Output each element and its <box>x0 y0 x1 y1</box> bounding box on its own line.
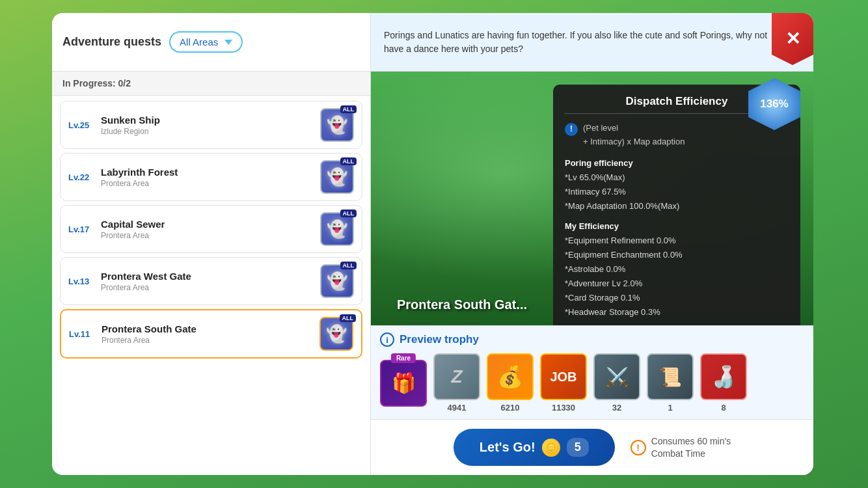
trophy-count: 6210 <box>501 403 520 413</box>
trophy-box-rare: 🎁 <box>380 360 427 407</box>
trophy-box-scroll: 📜 <box>647 353 694 400</box>
combat-time: ! Consumes 60 min'sCombat Time <box>631 435 731 459</box>
trophy-count: 4941 <box>448 403 467 413</box>
quest-ghost-icon: 👻 <box>327 167 347 187</box>
trophy-count: 8 <box>721 403 726 413</box>
trophy-item-scroll: 📜 1 <box>647 353 694 413</box>
scroll-icon: 📜 <box>659 366 682 388</box>
quest-level: Lv.25 <box>68 120 94 130</box>
trophy-box-gold: 💰 <box>487 353 534 400</box>
quest-items-container: Lv.25 Sunken Ship Izlude Region 👻 ALL Lv… <box>52 96 370 475</box>
trophy-item-sword: ⚔️ 32 <box>593 353 640 413</box>
quest-icon: 👻 ALL <box>320 160 354 194</box>
all-badge: ALL <box>340 105 357 113</box>
content-area: In Progress: 0/2 Lv.25 Sunken Ship Izlud… <box>52 72 813 475</box>
map-image: Prontera South Gat... 136% Dispatch Effi… <box>371 72 813 325</box>
quest-icon: 👻 ALL <box>320 212 354 246</box>
quest-info: Labyrinth Forest Prontera Area <box>101 167 314 188</box>
map-label: Prontera South Gat... <box>397 297 527 312</box>
trophy-item-gold-coin: 💰 6210 <box>487 353 534 413</box>
gold-coin-icon: 💰 <box>497 364 523 389</box>
all-badge: ALL <box>340 210 357 217</box>
rare-badge: Rare <box>391 353 416 363</box>
left-header: Adventure quests All Areas <box>52 13 371 71</box>
section-row: *Headwear Storage 0.3% <box>565 305 789 319</box>
quest-name: Capital Sewer <box>101 219 314 230</box>
section-row: *Card Storage 0.1% <box>565 291 789 305</box>
section-title: My Efficiency <box>565 221 789 231</box>
quest-name: Labyrinth Forest <box>101 167 314 178</box>
combat-time-label: Consumes 60 min'sCombat Time <box>651 435 731 459</box>
section-row: *Equipment Refinement 0.0% <box>565 234 789 248</box>
formula-text: (Pet level+ Intimacy) x Map adaption <box>583 122 685 149</box>
combat-info-icon: ! <box>631 440 646 455</box>
quest-list: In Progress: 0/2 Lv.25 Sunken Ship Izlud… <box>52 72 371 475</box>
coin-icon: 🪙 <box>542 439 560 457</box>
quest-info: Prontera West Gate Prontera Area <box>101 271 314 292</box>
top-bar: Adventure quests All Areas Porings and L… <box>52 13 813 72</box>
efficiency-value: 136% <box>760 98 788 111</box>
quest-region: Prontera Area <box>102 336 313 345</box>
quest-item-prontera-south-gate[interactable]: Lv.11 Prontera South Gate Prontera Area … <box>60 309 362 359</box>
z-icon: Z <box>451 366 462 387</box>
quest-icon: 👻 ALL <box>320 264 354 298</box>
quest-ghost-icon: 👻 <box>327 219 347 239</box>
trophy-section: i Preview trophy 🎁 Rare <box>371 325 813 419</box>
trophy-box-potion: 🍶 <box>700 353 747 400</box>
quest-level: Lv.13 <box>68 277 94 286</box>
quest-icon: 👻 ALL <box>319 317 353 351</box>
quest-region: Prontera Area <box>101 231 314 240</box>
trophy-count: 32 <box>612 403 621 413</box>
info-icon: ! <box>565 123 578 136</box>
map-area: Prontera South Gat... 136% Dispatch Effi… <box>371 72 813 475</box>
sword-icon: ⚔️ <box>606 366 629 388</box>
quest-ghost-icon: 👻 <box>327 271 347 291</box>
quest-item-sunken-ship[interactable]: Lv.25 Sunken Ship Izlude Region 👻 ALL <box>60 101 362 149</box>
trophy-box-sword: ⚔️ <box>593 353 640 400</box>
quest-region: Prontera Area <box>101 179 314 188</box>
trophy-item-jobs: JOB 11330 <box>540 353 587 413</box>
efficiency-badge-wrapper: 136% <box>748 78 800 130</box>
quest-level: Lv.11 <box>69 329 95 339</box>
quest-info: Sunken Ship Izlude Region <box>101 115 314 136</box>
trophy-header: i Preview trophy <box>380 332 804 347</box>
preview-trophy-label: Preview trophy <box>400 333 479 346</box>
trophy-items: 🎁 Rare Z 4941 <box>380 353 804 413</box>
trophy-item-silver-z: Z 4941 <box>433 353 480 413</box>
quest-item-labyrinth-forest[interactable]: Lv.22 Labyrinth Forest Prontera Area 👻 A… <box>60 153 362 201</box>
quest-item-capital-sewer[interactable]: Lv.17 Capital Sewer Prontera Area 👻 ALL <box>60 205 362 253</box>
stamina-count: 5 <box>567 438 589 457</box>
trophy-box-jobs: JOB <box>540 353 587 400</box>
quest-title: Adventure quests <box>62 35 161 49</box>
quest-name: Sunken Ship <box>101 115 314 126</box>
close-icon: ✕ <box>785 30 800 48</box>
right-header: Porings and Lunatics are having fun toge… <box>371 13 813 71</box>
trophy-item-potion: 🍶 8 <box>700 353 747 413</box>
trophy-box-silver: Z <box>433 353 480 400</box>
quest-name: Prontera South Gate <box>102 323 313 334</box>
section-row: *Adventurer Lv 2.0% <box>565 277 789 291</box>
area-dropdown[interactable]: All Areas <box>169 31 243 53</box>
quest-ghost-icon: 👻 <box>327 115 347 135</box>
main-panel: Adventure quests All Areas Porings and L… <box>52 13 813 475</box>
jobs-label: JOB <box>550 370 576 385</box>
trophy-item-rare-chest: 🎁 Rare <box>380 360 427 407</box>
area-dropdown-text: All Areas <box>180 36 218 47</box>
close-button[interactable]: ✕ <box>772 13 813 65</box>
dropdown-arrow-icon <box>224 40 232 45</box>
quest-region: Izlude Region <box>101 127 314 136</box>
quest-info: Prontera South Gate Prontera Area <box>102 323 313 345</box>
section-row: *Equipment Enchantment 0.0% <box>565 248 789 262</box>
quest-item-prontera-west-gate[interactable]: Lv.13 Prontera West Gate Prontera Area 👻… <box>60 257 362 305</box>
all-badge: ALL <box>340 314 357 322</box>
quest-icon: 👻 ALL <box>320 108 354 142</box>
lets-go-button[interactable]: Let's Go! 🪙 5 <box>454 429 615 466</box>
all-badge: ALL <box>340 262 357 269</box>
quest-info: Capital Sewer Prontera Area <box>101 219 314 240</box>
lets-go-label: Let's Go! <box>480 440 536 455</box>
bottom-bar: Let's Go! 🪙 5 ! Consumes 60 min'sCombat … <box>371 419 813 475</box>
quest-name: Prontera West Gate <box>101 271 314 282</box>
in-progress-label: In Progress: 0/2 <box>52 72 370 96</box>
quest-region: Prontera Area <box>101 283 314 292</box>
all-badge: ALL <box>340 157 357 165</box>
